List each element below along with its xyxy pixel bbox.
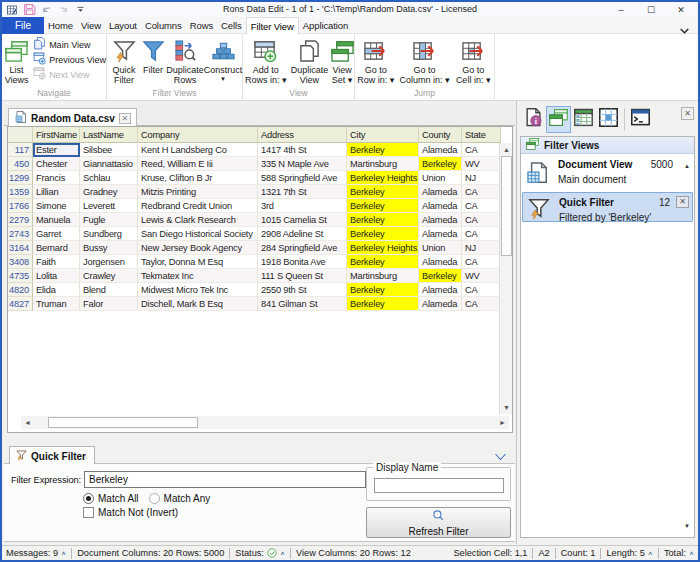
cell[interactable]: Falor bbox=[80, 297, 138, 311]
panel-collapse-icon[interactable] bbox=[493, 449, 508, 461]
list-scroll-up-icon[interactable]: ▲ bbox=[684, 163, 690, 169]
cell[interactable]: CA bbox=[462, 143, 501, 157]
row-number[interactable]: 3408 bbox=[8, 255, 33, 269]
cell[interactable]: Simone bbox=[33, 199, 80, 213]
cell[interactable]: CA bbox=[462, 199, 501, 213]
cell[interactable]: 841 Gilman St bbox=[258, 297, 347, 311]
horizontal-scroll-thumb[interactable] bbox=[48, 417, 198, 428]
cell[interactable]: Union bbox=[419, 241, 462, 255]
ribbon-button-go-to-column-in[interactable]: Go toColumn in: ▾ bbox=[397, 34, 453, 86]
ribbon-button-filter[interactable]: Filter bbox=[141, 34, 165, 86]
cell[interactable]: Lewis & Clark Research bbox=[138, 213, 258, 227]
cell[interactable]: Garret bbox=[33, 227, 80, 241]
match-all-radio[interactable] bbox=[83, 493, 94, 504]
cell[interactable]: Berkeley bbox=[347, 199, 419, 213]
ribbon-button-duplicate-view[interactable]: DuplicateView bbox=[289, 34, 331, 86]
cell[interactable]: Tekmatex Inc bbox=[138, 269, 258, 283]
cell[interactable]: Berkeley bbox=[347, 227, 419, 241]
quick-filter-tab[interactable]: Quick Filter bbox=[9, 446, 95, 465]
tab-file[interactable]: File bbox=[2, 17, 44, 34]
vertical-scroll-thumb[interactable] bbox=[501, 156, 512, 256]
ribbon-button-quick-filter[interactable]: QuickFilter bbox=[107, 34, 141, 86]
cell[interactable]: Berkeley bbox=[347, 213, 419, 227]
filter-expression-input[interactable] bbox=[84, 471, 366, 488]
expand-chevron-icon[interactable]: ∧ bbox=[648, 550, 653, 556]
cell[interactable]: Berkeley bbox=[347, 255, 419, 269]
row-number[interactable]: 1359 bbox=[8, 185, 33, 199]
cell[interactable]: Lillian bbox=[33, 185, 80, 199]
row-number[interactable]: 1766 bbox=[8, 199, 33, 213]
cell[interactable]: Berkeley bbox=[419, 157, 462, 171]
view-item-close-icon[interactable]: ✕ bbox=[676, 196, 689, 208]
column-header-company[interactable]: Company bbox=[138, 127, 258, 143]
ribbon-button-duplicate-rows[interactable]: DuplicateRows bbox=[165, 34, 205, 86]
cell[interactable]: Elida bbox=[33, 283, 80, 297]
expand-chevron-icon[interactable]: ∧ bbox=[689, 550, 694, 556]
cell[interactable]: Leverett bbox=[80, 199, 138, 213]
cell[interactable]: 3rd bbox=[258, 199, 347, 213]
row-number[interactable]: 4735 bbox=[8, 269, 33, 283]
panel-toolbar-button-grid-view[interactable] bbox=[596, 106, 621, 133]
cell[interactable]: Ester bbox=[33, 143, 80, 157]
cell[interactable]: Jorgensen bbox=[80, 255, 138, 269]
cell[interactable]: 1015 Camelia St bbox=[258, 213, 347, 227]
ribbon-button-view-set[interactable]: ViewSet ▾ bbox=[330, 34, 354, 86]
cell[interactable]: 335 N Maple Ave bbox=[258, 157, 347, 171]
cell[interactable]: Kruse, Clifton B Jr bbox=[138, 171, 258, 185]
panel-toolbar-button-table-view[interactable] bbox=[571, 106, 596, 133]
close-button[interactable]: ✕ bbox=[666, 2, 696, 17]
cell[interactable]: Alameda bbox=[419, 283, 462, 297]
cell[interactable]: Berkeley bbox=[347, 143, 419, 157]
panel-toolbar-button-filter-views[interactable] bbox=[546, 106, 571, 133]
row-number[interactable]: 4827 bbox=[8, 297, 33, 311]
cell[interactable]: Chester bbox=[33, 157, 80, 171]
cell[interactable]: Mitzis Printing bbox=[138, 185, 258, 199]
cell[interactable]: Alameda bbox=[419, 143, 462, 157]
tab-rows[interactable]: Rows bbox=[186, 17, 217, 34]
cell[interactable]: Martinsburg bbox=[347, 269, 419, 283]
tab-application[interactable]: Application bbox=[299, 17, 352, 34]
cell[interactable]: CA bbox=[462, 255, 501, 269]
cell[interactable]: Taylor, Donna M Esq bbox=[138, 255, 258, 269]
tab-filter-view[interactable]: Filter View bbox=[246, 17, 299, 34]
horizontal-scrollbar[interactable]: ◄ ► bbox=[34, 416, 496, 429]
minimize-button[interactable]: – bbox=[606, 2, 636, 17]
cell[interactable]: Manuela bbox=[33, 213, 80, 227]
cell[interactable]: Francis bbox=[33, 171, 80, 185]
cell[interactable]: Alameda bbox=[419, 297, 462, 311]
cell[interactable]: NJ bbox=[462, 241, 501, 255]
scroll-down-icon[interactable]: ▼ bbox=[500, 401, 513, 414]
cell[interactable]: Alameda bbox=[419, 255, 462, 269]
cell[interactable]: CA bbox=[462, 213, 501, 227]
row-number[interactable]: 2743 bbox=[8, 227, 33, 241]
cell[interactable]: Berkeley bbox=[347, 283, 419, 297]
cell[interactable]: NJ bbox=[462, 171, 501, 185]
list-scroll-down-icon[interactable]: ▼ bbox=[684, 523, 690, 529]
row-number[interactable]: 117 bbox=[8, 143, 33, 157]
cell[interactable]: Silsbee bbox=[80, 143, 138, 157]
ribbon-collapse-icon[interactable] bbox=[679, 22, 693, 34]
column-header-lastname[interactable]: LastName bbox=[80, 127, 138, 143]
cell[interactable]: Martinsburg bbox=[347, 157, 419, 171]
maximize-button[interactable]: ☐ bbox=[636, 2, 666, 17]
cell[interactable]: WV bbox=[462, 269, 501, 283]
cell[interactable]: Berkeley bbox=[347, 297, 419, 311]
cell[interactable]: Schlau bbox=[80, 171, 138, 185]
cell[interactable]: Midwest Micro Tek Inc bbox=[138, 283, 258, 297]
ribbon-button-add-to-rows-in[interactable]: Add toRows in: ▾ bbox=[243, 34, 289, 86]
cell[interactable]: WV bbox=[462, 157, 501, 171]
cell[interactable]: Union bbox=[419, 171, 462, 185]
cell[interactable]: Giannattasio bbox=[80, 157, 138, 171]
cell[interactable]: Lolita bbox=[33, 269, 80, 283]
cell[interactable]: Berkeley Heights bbox=[347, 241, 419, 255]
row-number[interactable]: 1299 bbox=[8, 171, 33, 185]
ribbon-button-go-to-cell-in[interactable]: Go toCell in: ▾ bbox=[452, 34, 494, 86]
column-header-address[interactable]: Address bbox=[258, 127, 347, 143]
panel-close-icon[interactable]: ✕ bbox=[681, 107, 694, 120]
cell[interactable]: Faith bbox=[33, 255, 80, 269]
cell[interactable]: CA bbox=[462, 185, 501, 199]
cell[interactable]: Alameda bbox=[419, 227, 462, 241]
row-number-header[interactable] bbox=[8, 127, 33, 143]
cell[interactable]: 588 Springfield Ave bbox=[258, 171, 347, 185]
scroll-left-icon[interactable]: ◄ bbox=[21, 416, 34, 429]
